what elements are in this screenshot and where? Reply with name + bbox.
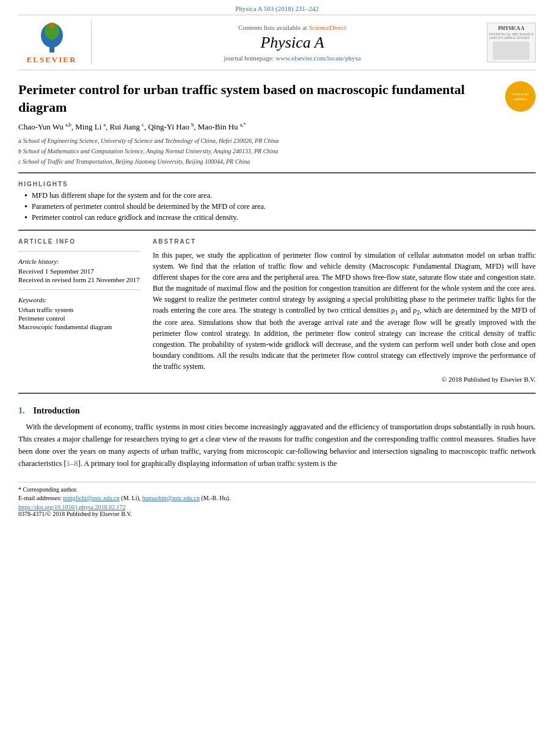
paper-header: Perimeter control for urban traffic syst… [18, 81, 536, 136]
intro-title: Introduction [34, 406, 80, 415]
article-history: Article history: Received 1 September 20… [18, 258, 140, 283]
keyword-1: Urban traffic system [18, 306, 140, 313]
doi-link[interactable]: https://doi.org/10.1016/j.physa.2018.02.… [18, 504, 536, 511]
highlights-label: HIGHLIGHTS [18, 181, 536, 187]
revised-date: Received in revised form 21 November 201… [18, 276, 140, 283]
homepage-link[interactable]: www.elsevier.com/locate/physa [275, 54, 360, 62]
ref-link[interactable]: 1–8 [67, 459, 78, 468]
journal-homepage: journal homepage: www.elsevier.com/locat… [98, 54, 487, 62]
affiliation-b: b School of Mathematics and Computation … [18, 147, 536, 156]
keywords-label: Keywords: [18, 296, 140, 303]
article-info-column: ARTICLE INFO Article history: Received 1… [18, 238, 140, 383]
keyword-3: Macroscopic fundamental diagram [18, 323, 140, 330]
highlight-list: MFD has different shape for the system a… [18, 191, 536, 222]
svg-rect-3 [50, 23, 54, 28]
elsevier-tree-icon [27, 20, 76, 54]
article-info-label: ARTICLE INFO [18, 238, 140, 245]
highlight-item: Perimeter control can reduce gridlock an… [24, 213, 536, 222]
check-updates-badge[interactable]: Check forupdates [505, 81, 536, 112]
email-addresses: E-mail addresses: minglichi@ustc.edu.cn … [18, 495, 536, 501]
main-content: Perimeter control for urban traffic syst… [18, 70, 536, 517]
highlight-item: MFD has different shape for the system a… [24, 191, 536, 200]
journal-reference: Physica A 503 (2018) 231–242 [0, 0, 554, 15]
issn-line: 0378-4371/© 2018 Published by Elsevier B… [18, 511, 536, 517]
received-date: Received 1 September 2017 [18, 267, 140, 275]
introduction-section: 1. Introduction With the development of … [18, 406, 536, 470]
history-label: Article history: [18, 258, 140, 265]
journal-thumbnail: PHYSICA A STATISTICAL MECHANICSAND ITS A… [487, 23, 536, 62]
intro-number: 1. [18, 406, 25, 415]
intro-text: With the development of economy, traffic… [18, 421, 536, 470]
journal-header: ELSEVIER Contents lists available at Sci… [18, 15, 536, 70]
contents-line: Contents lists available at ScienceDirec… [98, 24, 487, 31]
intro-heading: 1. Introduction [18, 406, 536, 416]
copyright-line: © 2018 Published by Elsevier B.V. [153, 376, 536, 383]
sciencedirect-link[interactable]: ScienceDirect [309, 24, 346, 31]
paper-title: Perimeter control for urban traffic syst… [18, 81, 499, 116]
journal-info: Contents lists available at ScienceDirec… [98, 24, 487, 62]
elsevier-logo: ELSEVIER [18, 20, 92, 65]
affiliation-c: c School of Traffic and Transportation, … [18, 157, 536, 166]
keyword-2: Perimeter control [18, 314, 140, 322]
elsevier-label: ELSEVIER [27, 55, 77, 65]
article-abstract-section: ARTICLE INFO Article history: Received 1… [18, 238, 536, 383]
keywords-section: Keywords: Urban traffic system Perimeter… [18, 296, 140, 330]
email-link-1[interactable]: minglichi@ustc.edu.cn [63, 495, 120, 501]
highlight-item: Parameters of perimeter control should b… [24, 202, 536, 211]
email-link-2[interactable]: humaobin@ustc.edu.cn [142, 495, 200, 501]
abstract-label: ABSTRACT [153, 238, 536, 245]
highlights-section: HIGHLIGHTS MFD has different shape for t… [18, 181, 536, 222]
corresponding-author: * Corresponding author. [18, 486, 536, 493]
footnotes: * Corresponding author. E-mail addresses… [18, 482, 536, 517]
authors: Chao-Yun Wu a,b, Ming Li a, Rui Jiang c,… [18, 122, 499, 132]
affiliation-a: a School of Engineering Science, Univers… [18, 136, 536, 145]
abstract-text: In this paper, we study the application … [153, 250, 536, 372]
abstract-column: ABSTRACT In this paper, we study the app… [153, 238, 536, 383]
journal-title: Physica A [98, 34, 487, 52]
